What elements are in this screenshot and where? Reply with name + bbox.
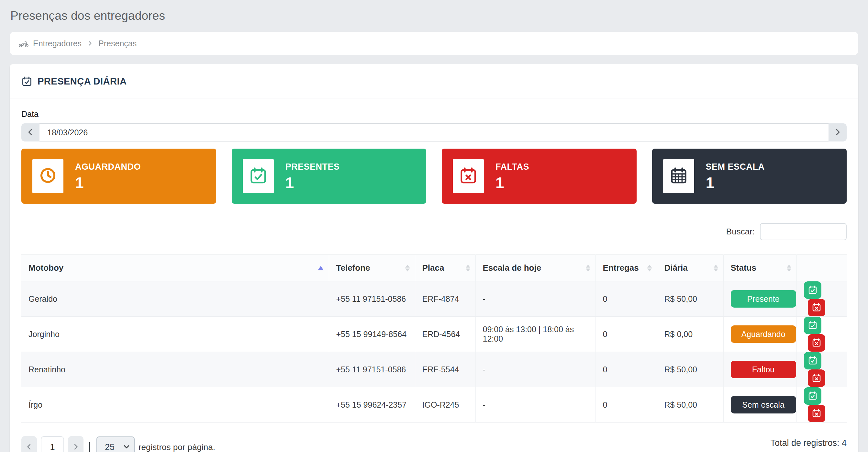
calendar-check-icon	[808, 391, 817, 401]
per-page-label: registros por página.	[138, 442, 215, 452]
cell-telefone: +55 15 99624-2357	[329, 387, 415, 423]
cell-diaria: R$ 0,00	[657, 317, 723, 352]
status-button[interactable]: Faltou	[731, 361, 796, 378]
sort-both-icon	[787, 265, 791, 271]
stat-label: PRESENTES	[285, 162, 340, 172]
cell-placa: ERF-5544	[415, 352, 475, 387]
cell-motoboy: Geraldo	[21, 281, 329, 317]
table-header-row: Motoboy Telefone Placa Escala de ho	[21, 255, 847, 281]
sort-both-icon	[405, 265, 410, 271]
cell-diaria: R$ 50,00	[657, 387, 723, 423]
total-records-label: Total de registros: 4	[770, 438, 847, 448]
breadcrumb-item-entregadores[interactable]: Entregadores	[33, 39, 82, 48]
stat-label: SEM ESCALA	[706, 162, 765, 172]
breadcrumb-chevron-icon	[87, 40, 93, 47]
calendar-x-icon	[812, 373, 822, 384]
stat-card-presentes: PRESENTES 1	[232, 149, 427, 204]
sort-asc-icon	[318, 266, 323, 270]
sort-both-icon	[714, 265, 718, 271]
mark-absent-button[interactable]	[808, 405, 825, 422]
cell-entregas: 0	[595, 317, 657, 352]
panel-header: PRESENÇA DIÁRIA	[10, 64, 858, 98]
panel-title: PRESENÇA DIÁRIA	[37, 76, 127, 87]
sort-both-icon	[647, 265, 652, 271]
column-header-motoboy[interactable]: Motoboy	[21, 255, 329, 281]
stat-value: 1	[285, 175, 340, 191]
date-label: Data	[21, 110, 847, 119]
per-page-select-wrap: 25	[96, 436, 135, 452]
calendar-grid-icon	[669, 166, 688, 186]
search-bar: Buscar:	[21, 223, 847, 240]
stat-card-aguardando: AGUARDANDO 1	[21, 149, 216, 204]
cell-telefone: +55 15 99149-8564	[329, 317, 415, 352]
mark-present-button[interactable]	[804, 281, 822, 299]
mark-present-button[interactable]	[804, 317, 822, 334]
page-number-input[interactable]	[41, 436, 64, 452]
search-input[interactable]	[760, 223, 847, 240]
page-title: Presenças dos entregadores	[10, 9, 858, 23]
next-page-button[interactable]	[68, 436, 84, 452]
column-header-escala[interactable]: Escala de hoje	[475, 255, 595, 281]
date-input[interactable]	[39, 123, 829, 142]
presence-table: Motoboy Telefone Placa Escala de ho	[21, 254, 847, 423]
clock-icon	[39, 167, 57, 186]
previous-day-button[interactable]	[21, 123, 39, 142]
stat-label: FALTAS	[495, 162, 529, 172]
calendar-check-icon	[808, 320, 817, 331]
table-row: Jorginho +55 15 99149-8564 ERD-4564 09:0…	[21, 317, 847, 352]
breadcrumb-item-presencas: Presenças	[98, 39, 136, 48]
sort-both-icon	[466, 265, 470, 271]
calendar-check-icon	[808, 356, 817, 366]
chevron-left-icon	[26, 127, 35, 138]
cell-placa: ERF-4874	[415, 281, 475, 317]
status-button[interactable]: Presente	[731, 290, 796, 308]
stat-value: 1	[75, 175, 141, 191]
table-row: Geraldo +55 11 97151-0586 ERF-4874 - 0 R…	[21, 281, 847, 317]
page: Presenças dos entregadores Entregadores …	[0, 0, 868, 452]
pagination: | 25 registros por página.	[21, 436, 215, 452]
next-day-button[interactable]	[829, 123, 847, 142]
chevron-right-icon	[833, 127, 842, 138]
cell-motoboy: Írgo	[21, 387, 329, 423]
mark-absent-button[interactable]	[808, 334, 825, 352]
cell-telefone: +55 11 97151-0586	[329, 352, 415, 387]
previous-page-button[interactable]	[21, 436, 37, 452]
cell-escala: -	[475, 387, 595, 423]
cell-diaria: R$ 50,00	[657, 352, 723, 387]
cell-escala: -	[475, 281, 595, 317]
column-header-diaria[interactable]: Diária	[657, 255, 723, 281]
mark-absent-button[interactable]	[808, 299, 825, 317]
table-footer: | 25 registros por página. Total de regi…	[21, 436, 847, 452]
mark-present-button[interactable]	[804, 352, 822, 369]
calendar-x-icon	[812, 302, 822, 313]
pagination-separator: |	[88, 440, 91, 452]
cell-placa: IGO-R245	[415, 387, 475, 423]
cell-entregas: 0	[595, 387, 657, 423]
cell-escala: 09:00 às 13:00 | 18:00 às 12:00	[475, 317, 595, 352]
stat-value: 1	[706, 175, 765, 191]
cell-placa: ERD-4564	[415, 317, 475, 352]
breadcrumb: Entregadores Presenças	[10, 32, 858, 55]
stat-value: 1	[495, 175, 529, 191]
mark-absent-button[interactable]	[808, 369, 825, 387]
status-button[interactable]: Aguardando	[731, 325, 796, 343]
table-row: Írgo +55 15 99624-2357 IGO-R245 - 0 R$ 5…	[21, 387, 847, 423]
mark-present-button[interactable]	[804, 387, 822, 405]
calendar-check-icon	[808, 285, 817, 296]
presence-panel: PRESENÇA DIÁRIA Data AGUAR	[10, 64, 858, 452]
sort-both-icon	[586, 265, 590, 271]
stat-label: AGUARDANDO	[75, 162, 141, 172]
status-button[interactable]: Sem escala	[731, 396, 796, 414]
chevron-right-icon	[71, 443, 80, 452]
calendar-check-icon	[249, 166, 268, 186]
column-header-status[interactable]: Status	[723, 255, 797, 281]
column-header-actions	[797, 255, 847, 281]
column-header-entregas[interactable]: Entregas	[595, 255, 657, 281]
cell-motoboy: Renatinho	[21, 352, 329, 387]
column-header-telefone[interactable]: Telefone	[329, 255, 415, 281]
column-header-placa[interactable]: Placa	[415, 255, 475, 281]
per-page-select[interactable]: 25	[96, 436, 135, 452]
cell-motoboy: Jorginho	[21, 317, 329, 352]
cell-entregas: 0	[595, 281, 657, 317]
calendar-x-icon	[812, 408, 822, 419]
